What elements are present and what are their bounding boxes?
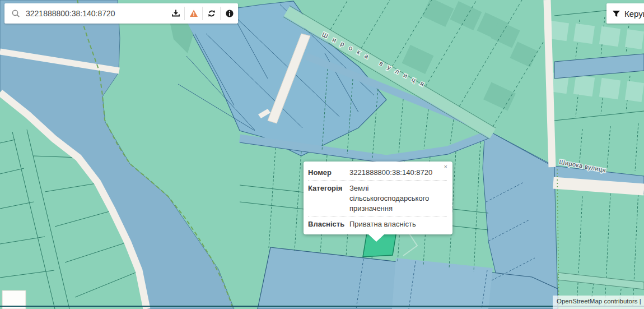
popup-value: 3221888800:38:140:8720	[349, 168, 447, 178]
warning-icon	[189, 9, 198, 18]
filter-funnel-icon	[612, 10, 620, 18]
download-button[interactable]	[167, 3, 184, 24]
search-bar	[4, 3, 238, 24]
popup-value: Землі сільськогосподарського призначення	[349, 183, 447, 214]
popup-close-button[interactable]: ×	[443, 163, 449, 171]
popup-label: Власність	[308, 219, 349, 229]
popup-row-ownership: Власність Приватна власність	[308, 216, 447, 232]
popup-row-category: Категорія Землі сільськогосподарського п…	[308, 181, 447, 216]
info-button[interactable]	[221, 3, 238, 24]
popup-label: Номер	[308, 168, 349, 178]
map-attribution[interactable]: OpenStreetMap contributors |	[553, 296, 644, 309]
warning-button[interactable]	[185, 3, 202, 24]
search-icon	[11, 9, 20, 18]
refresh-button[interactable]	[203, 3, 220, 24]
parcel-info-popup: × Номер 3221888800:38:140:8720 Категорія…	[304, 162, 452, 234]
map-viewer: Широка вулиця Широка вулиця Широка вулиц…	[0, 0, 644, 309]
popup-label: Категорія	[308, 183, 349, 214]
cadastral-map[interactable]: Широка вулиця Широка вулиця Широка вулиц…	[0, 0, 644, 309]
popup-row-number: Номер 3221888800:38:140:8720	[308, 165, 447, 181]
info-icon	[225, 9, 234, 18]
manage-button-label: Керування	[624, 9, 644, 19]
popup-value: Приватна власність	[349, 219, 447, 229]
manage-button[interactable]: Керування	[606, 3, 644, 24]
search-input[interactable]	[25, 8, 167, 19]
download-icon	[171, 9, 180, 18]
refresh-icon	[207, 9, 216, 18]
